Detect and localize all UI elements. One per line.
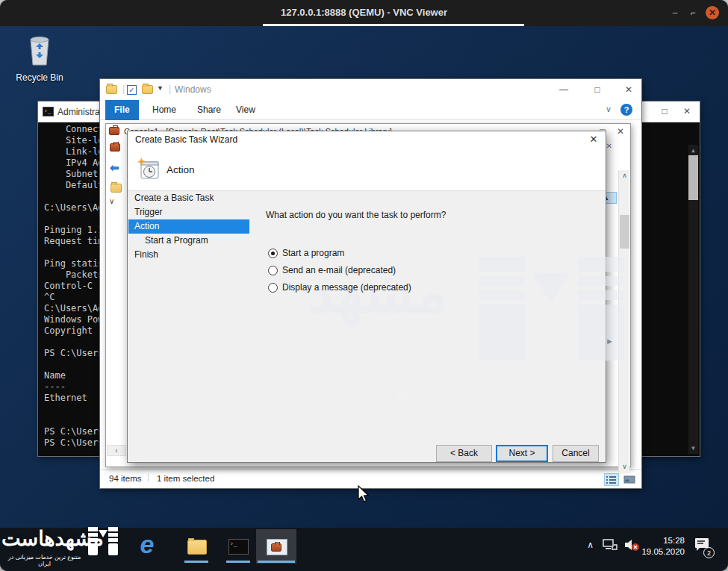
- console-root-folder-icon[interactable]: [111, 184, 122, 193]
- volume-muted-icon[interactable]: [623, 538, 640, 552]
- task-scheduler-icon: [137, 157, 161, 181]
- explorer-window-title: Windows: [175, 84, 211, 95]
- mmc-scroll-thumb[interactable]: [620, 215, 629, 249]
- thumbnail-view-icon: [623, 474, 636, 485]
- radio-selected-icon: [268, 249, 278, 258]
- actions-expand-arrow-icon[interactable]: ►: [606, 337, 614, 346]
- recycle-bin-icon: [23, 32, 56, 68]
- explorer-selection-count: 1 item selected: [157, 474, 214, 483]
- wizard-titlebar[interactable]: Create Basic Task Wizard ✕: [128, 131, 606, 148]
- terminal-maximize-button[interactable]: □: [658, 106, 671, 116]
- taskbar-mmc-underline: [258, 561, 295, 563]
- step-start-a-program[interactable]: Start a Program: [128, 234, 249, 248]
- taskbar-cmd-icon[interactable]: ›_: [226, 534, 252, 559]
- watermark-subtitle-text: متنوع ترین خدمات میزبانی در ایران: [1, 554, 87, 567]
- vnc-window-title: 127.0.0.1:8888 (QEMU) - VNC Viewer: [0, 7, 728, 18]
- explorer-ribbon-tabs: File Home Share View ∨ ?: [100, 100, 641, 120]
- mmc-vertical-scrollbar[interactable]: ∧ ∨: [618, 170, 629, 472]
- recycle-bin-shortcut[interactable]: Recycle Bin: [13, 32, 66, 83]
- watermark-brand-block: مشهدهاست متنوع ترین خدمات میزبانی در ایر…: [0, 522, 138, 567]
- mmc-close-button[interactable]: ✕: [614, 126, 627, 137]
- tray-chevron-up-icon[interactable]: ∧: [587, 540, 594, 550]
- vnc-close-button[interactable]: ✕: [706, 6, 719, 19]
- tab-share[interactable]: Share: [188, 100, 230, 120]
- watermark-center: مشهد متنوع ترین خدمات میزبانی در ایران: [195, 243, 598, 415]
- mmc-back-arrow-icon[interactable]: ⬅: [110, 161, 119, 175]
- terminal-scroll-up-icon[interactable]: ▲: [688, 145, 698, 156]
- notification-badge: 2: [703, 547, 715, 558]
- cancel-button[interactable]: Cancel: [553, 445, 599, 462]
- qat-newfolder-icon[interactable]: [142, 85, 153, 94]
- explorer-minimize-button[interactable]: —: [557, 84, 570, 95]
- qat-properties-icon[interactable]: ✓: [127, 85, 137, 95]
- wizard-question: What action do you want the task to perf…: [266, 210, 446, 220]
- step-create-basic-task[interactable]: Create a Basic Task: [128, 191, 249, 205]
- cmd-icon: [43, 107, 54, 116]
- taskbar-explorer-icon[interactable]: [184, 534, 210, 559]
- terminal-title: Administrat: [57, 107, 102, 117]
- wizard-step-title: Action: [167, 164, 195, 175]
- wizard-step-list: Create a Basic Task Trigger Action Start…: [128, 191, 249, 262]
- tray-date: 19.05.2020: [641, 546, 685, 558]
- mmc-scroll-down-icon[interactable]: ∨: [619, 461, 630, 472]
- mmc-hscroll-left-button[interactable]: ‹: [107, 445, 126, 456]
- vnc-minimize-button[interactable]: –: [668, 6, 682, 19]
- wizard-header: Action: [128, 148, 606, 191]
- terminal-scroll-down-icon[interactable]: ▼: [688, 443, 698, 454]
- taskbar-ie-icon[interactable]: e: [134, 531, 160, 556]
- recycle-bin-label: Recycle Bin: [13, 72, 66, 83]
- tab-home[interactable]: Home: [143, 100, 185, 120]
- terminal-close-button[interactable]: ✕: [680, 106, 694, 116]
- step-trigger[interactable]: Trigger: [128, 205, 249, 219]
- terminal-scroll-thumb[interactable]: [688, 155, 698, 200]
- mmc-toolbar-close-icon[interactable]: ✕: [606, 142, 612, 150]
- tray-time: 15:28: [641, 535, 685, 546]
- ribbon-collapse-chevron-icon[interactable]: ∨: [606, 104, 612, 114]
- qat-separator2: |: [169, 84, 171, 94]
- tray-clock[interactable]: 15:28 19.05.2020: [641, 535, 685, 558]
- tree-chevron-icon[interactable]: ∨: [109, 197, 114, 205]
- network-icon[interactable]: [603, 538, 617, 552]
- explorer-maximize-button[interactable]: □: [591, 84, 604, 95]
- wizard-close-button[interactable]: ✕: [588, 134, 600, 145]
- radio-start-a-program[interactable]: Start a program: [268, 248, 344, 260]
- create-basic-task-wizard[interactable]: Create Basic Task Wizard ✕ Action مشهد: [127, 131, 606, 463]
- mmc-app-icon: [109, 127, 119, 135]
- vnc-restore-button[interactable]: ⌐: [686, 6, 700, 19]
- explorer-statusbar: 94 items | 1 item selected: [100, 469, 641, 488]
- terminal-scrollbar[interactable]: ▲ ▼: [688, 145, 698, 454]
- vnc-titlebar: 127.0.0.1:8888 (QEMU) - VNC Viewer – ⌐ ✕: [0, 0, 728, 26]
- explorer-titlebar[interactable]: | ✓ ▼ | Windows — □ ✕: [100, 79, 641, 100]
- qat-chevron-down-icon[interactable]: ▼: [157, 84, 164, 92]
- radio-unselected-icon: [268, 266, 278, 275]
- back-button[interactable]: < Back: [436, 445, 492, 462]
- next-button[interactable]: Next >: [496, 445, 548, 462]
- status-separator: |: [147, 472, 149, 481]
- explorer-app-icon: [106, 85, 117, 94]
- mmc-scroll-up-icon[interactable]: ∧: [619, 170, 630, 181]
- details-view-button[interactable]: [604, 473, 619, 486]
- step-action-selected[interactable]: Action: [128, 219, 249, 234]
- taskbar-mmc-icon[interactable]: [264, 534, 290, 559]
- radio-unselected-icon2: [268, 283, 278, 293]
- explorer-help-icon[interactable]: ?: [620, 104, 632, 116]
- thumbnail-view-button[interactable]: [622, 473, 637, 486]
- desktop[interactable]: Recycle Bin Administrat □ ✕ Connecti Sit…: [0, 26, 728, 528]
- radio-send-email[interactable]: Send an e-mail (deprecated): [268, 265, 396, 277]
- taskbar-cmd-underline: [226, 561, 250, 563]
- vnc-viewer-window: 127.0.0.1:8888 (QEMU) - VNC Viewer – ⌐ ✕…: [0, 0, 728, 571]
- details-view-icon: [605, 474, 618, 485]
- wizard-title: Create Basic Task Wizard: [135, 134, 237, 145]
- step-finish[interactable]: Finish: [128, 248, 249, 262]
- tab-view[interactable]: View: [227, 100, 264, 120]
- taskbar-explorer-underline: [184, 561, 208, 563]
- radio-display-message[interactable]: Display a message (deprecated): [268, 282, 411, 294]
- tab-file[interactable]: File: [105, 100, 139, 120]
- explorer-item-count: 94 items: [109, 474, 141, 483]
- qat-separator: |: [122, 84, 125, 94]
- mmc-menu-icon[interactable]: [110, 143, 120, 152]
- explorer-close-button[interactable]: ✕: [622, 84, 635, 95]
